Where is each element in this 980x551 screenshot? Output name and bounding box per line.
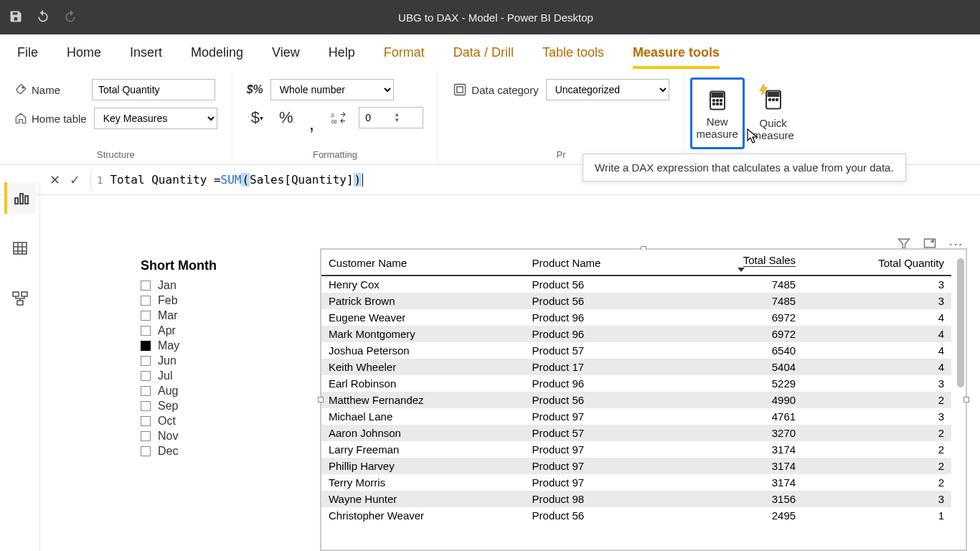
table-row[interactable]: Terry MorrisProduct 9731742: [321, 474, 951, 491]
ribbon-tab-modeling[interactable]: Modeling: [191, 38, 243, 67]
column-header[interactable]: Customer Name: [321, 250, 525, 276]
resize-handle-right[interactable]: [963, 397, 969, 402]
slicer-item-aug[interactable]: Aug: [141, 385, 284, 397]
table-cell: Christopher Weaver: [321, 507, 525, 524]
slicer-item-mar[interactable]: Mar: [141, 309, 284, 322]
ribbon-tab-table-tools[interactable]: Table tools: [542, 38, 604, 67]
slicer-item-sep[interactable]: Sep: [141, 400, 284, 413]
table-cell: Earl Robinson: [321, 375, 525, 392]
table-row[interactable]: Christopher WeaverProduct 5624951: [321, 507, 951, 524]
checkbox-icon[interactable]: [141, 341, 151, 351]
report-canvas[interactable]: ⋯ Short Month JanFebMarAprMayJunJulAugSe…: [40, 195, 980, 551]
ribbon-tab-measure-tools[interactable]: Measure tools: [633, 38, 720, 67]
slicer-item-may[interactable]: May: [141, 339, 284, 352]
table-cell: Product 97: [525, 474, 679, 491]
checkbox-icon[interactable]: [141, 386, 151, 396]
table-row[interactable]: Patrick BrownProduct 5674853: [321, 293, 951, 309]
currency-button[interactable]: $▾: [247, 108, 268, 127]
slicer-item-feb[interactable]: Feb: [141, 294, 284, 307]
thousands-button[interactable]: ,: [305, 112, 319, 135]
table-row[interactable]: Mark MontgomeryProduct 9669724: [321, 326, 951, 342]
slicer-item-dec[interactable]: Dec: [141, 445, 284, 458]
percent-button[interactable]: %: [275, 108, 298, 127]
redo-icon[interactable]: [63, 9, 77, 26]
table-cell: 6972: [679, 326, 803, 342]
table-cell: Terry Morris: [321, 474, 525, 491]
report-view-icon[interactable]: [4, 182, 36, 214]
slicer-item-label: Feb: [158, 294, 178, 307]
quick-access-toolbar: [9, 9, 77, 26]
table-cell: Product 97: [525, 441, 679, 458]
new-measure-button[interactable]: New measure: [690, 77, 745, 149]
table-row[interactable]: Joshua PetersonProduct 5765404: [321, 342, 951, 359]
table-row[interactable]: Earl RobinsonProduct 9652293: [321, 375, 951, 392]
ribbon-tab-file[interactable]: File: [17, 38, 38, 67]
slicer-short-month[interactable]: Short Month JanFebMarAprMayJunJulAugSepO…: [141, 258, 284, 460]
model-view-icon[interactable]: [4, 283, 36, 314]
scrollbar-thumb[interactable]: [957, 258, 964, 387]
home-table-label: Home table: [14, 112, 87, 125]
table-cell: Aaron Johnson: [321, 425, 525, 441]
slicer-item-label: May: [158, 339, 179, 352]
table-row[interactable]: Eugene WeaverProduct 9669724: [321, 309, 951, 326]
ribbon-tab-view[interactable]: View: [272, 38, 300, 67]
table-cell: Product 17: [525, 359, 679, 375]
ribbon-tab-home[interactable]: Home: [67, 38, 101, 67]
table-row[interactable]: Larry FreemanProduct 9731742: [321, 441, 951, 458]
undo-icon[interactable]: [36, 9, 50, 26]
table-row[interactable]: Michael LaneProduct 9747613: [321, 408, 951, 425]
slicer-item-jul[interactable]: Jul: [141, 369, 284, 382]
formula-commit-icon[interactable]: ✓: [65, 172, 85, 188]
table-row[interactable]: Phillip HarveyProduct 9731742: [321, 458, 951, 474]
slicer-item-jun[interactable]: Jun: [141, 354, 284, 367]
checkbox-icon[interactable]: [141, 401, 151, 411]
checkbox-icon[interactable]: [141, 371, 151, 381]
table-cell: 2: [803, 458, 951, 474]
checkbox-icon[interactable]: [141, 281, 151, 291]
decimal-places-input[interactable]: ▲▼: [359, 107, 423, 128]
slicer-item-apr[interactable]: Apr: [141, 324, 284, 337]
table-visual[interactable]: Customer NameProduct NameTotal SalesTota…: [320, 248, 967, 551]
checkbox-icon[interactable]: [141, 296, 151, 306]
svg-text:.00: .00: [330, 119, 337, 124]
table-cell: 4990: [679, 392, 803, 408]
slicer-item-oct[interactable]: Oct: [141, 415, 284, 428]
decimal-places-icon[interactable]: .0.00: [326, 110, 352, 125]
table-row[interactable]: Henry CoxProduct 5674853: [321, 276, 951, 293]
format-select[interactable]: Whole number: [270, 79, 394, 100]
slicer-item-jan[interactable]: Jan: [141, 279, 284, 292]
table-row[interactable]: Aaron JohnsonProduct 5732702: [321, 425, 951, 441]
ribbon-tab-format[interactable]: Format: [384, 38, 425, 67]
svg-point-15: [768, 98, 771, 100]
table-row[interactable]: Keith WheelerProduct 1754044: [321, 359, 951, 375]
table-row[interactable]: Wayne HunterProduct 9831563: [321, 491, 951, 507]
save-icon[interactable]: [9, 9, 23, 26]
formula-text[interactable]: 1 Total Quantity = SUM ( Sales[Quantity]…: [97, 173, 363, 187]
ribbon-tab-help[interactable]: Help: [329, 38, 355, 67]
column-header[interactable]: Total Sales: [679, 250, 803, 276]
ribbon-tab-data-drill[interactable]: Data / Drill: [453, 38, 514, 67]
checkbox-icon[interactable]: [141, 326, 151, 336]
formula-cancel-icon[interactable]: ✕: [44, 172, 65, 188]
checkbox-icon[interactable]: [141, 311, 151, 321]
name-input[interactable]: [92, 79, 215, 100]
checkbox-icon[interactable]: [141, 416, 151, 426]
resize-handle-left[interactable]: [318, 397, 324, 402]
checkbox-icon[interactable]: [141, 446, 151, 456]
column-header[interactable]: Total Quantity: [803, 250, 951, 276]
svg-rect-22: [13, 292, 19, 296]
data-category-select[interactable]: Uncategorized: [546, 79, 669, 100]
checkbox-icon[interactable]: [141, 431, 151, 441]
ribbon-tab-insert[interactable]: Insert: [130, 38, 162, 67]
slicer-item-nov[interactable]: Nov: [141, 430, 284, 443]
checkbox-icon[interactable]: [141, 356, 151, 366]
table-cell: 6540: [679, 342, 803, 359]
data-view-icon[interactable]: [4, 232, 36, 264]
sort-desc-icon: [738, 268, 745, 272]
quick-measure-button[interactable]: Quick measure: [746, 77, 801, 149]
table-cell: 3174: [679, 474, 803, 491]
home-table-select[interactable]: Key Measures: [94, 108, 217, 129]
table-cell: Joshua Peterson: [321, 342, 525, 359]
column-header[interactable]: Product Name: [525, 250, 679, 276]
table-row[interactable]: Matthew FernandezProduct 5649902: [321, 392, 951, 408]
